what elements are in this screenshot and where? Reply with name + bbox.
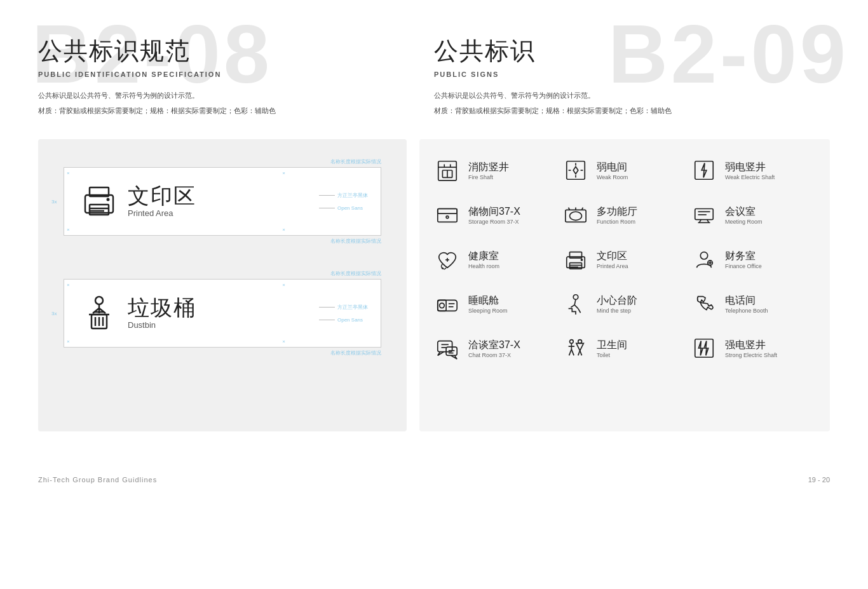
- left-desc1: 公共标识是以公共符号、警示符号为例的设计示范。: [38, 90, 434, 102]
- icon-label-fire-shaft: 消防竖井 Fire Shaft: [468, 161, 509, 180]
- icon-zh-weak-shaft: 弱电竖井: [725, 161, 775, 174]
- icon-zh-meeting: 会议室: [725, 205, 763, 219]
- font-label: 方正兰亭黑体: [337, 192, 368, 199]
- svg-point-51: [700, 252, 707, 259]
- icon-zh-chat: 洽谈室37-X: [468, 339, 520, 352]
- sleeping-icon: [435, 292, 461, 317]
- svg-point-5: [107, 198, 110, 201]
- icon-zh-health: 健康室: [468, 250, 499, 263]
- weak-room-icon: [564, 158, 589, 184]
- icon-en-weak-shaft: Weak Electric Shaft: [725, 174, 775, 180]
- icon-label-health: 健康室 Health room: [468, 250, 499, 269]
- main-row: 名称长度根据实际情况 × × × × 3x: [38, 139, 830, 431]
- svg-line-63: [574, 304, 578, 308]
- right-title-en: PUBLIC SIGNS: [434, 71, 830, 78]
- svg-point-30: [446, 215, 449, 218]
- icon-item-storage: 储物间37-X Storage Room 37-X: [435, 203, 557, 228]
- icon-zh-weak-room: 弱电间: [597, 161, 628, 174]
- icon-en-meeting: Meeting Room: [725, 219, 763, 225]
- telephone-icon: [692, 292, 717, 317]
- icon-label-toilet: 卫生间 Toilet: [597, 339, 627, 358]
- left-desc2: 材质：背胶贴或根据实际需要制定；规格：根据实际需要制定；色彩：辅助色: [38, 105, 434, 118]
- right-desc1: 公共标识是以公共符号、警示符号为例的设计示范。: [434, 90, 830, 102]
- strong-shaft-icon: [692, 336, 717, 362]
- corner-x-bl: ×: [67, 227, 70, 233]
- mockup2-bottom-label: 名称长度根据实际情况: [64, 349, 381, 356]
- mockup1-annotations: 方正兰亭黑体 Open Sans: [319, 192, 368, 211]
- icon-label-printed: 文印区 Printed Area: [597, 250, 628, 269]
- mockup1-en: Printed Area: [128, 208, 313, 218]
- mockup2-annotations: 方正兰亭黑体 Open Sans: [319, 304, 368, 323]
- mockup1-zh: 文印区: [128, 184, 313, 208]
- icon-item-finance: 财务室 Finance Office: [692, 247, 814, 273]
- toilet-icon: [564, 336, 589, 362]
- icon-label-weak-shaft: 弱电竖井 Weak Electric Shaft: [725, 161, 775, 180]
- icon-label-strong-shaft: 强电竖井 Strong Electric Shaft: [725, 339, 777, 358]
- icon-zh-storage: 储物间37-X: [468, 205, 520, 219]
- icon-label-meeting: 会议室 Meeting Room: [725, 205, 763, 225]
- mockup2-text: 垃圾桶 Dustbin: [121, 296, 313, 329]
- footer-right: 19 - 20: [808, 476, 830, 484]
- right-desc2: 材质：背胶贴或根据实际需要制定；规格：根据实际需要制定；色彩：辅助色: [434, 105, 830, 118]
- svg-line-62: [571, 304, 574, 307]
- finance-icon: [692, 247, 717, 273]
- header-row: 公共标识规范 PUBLIC IDENTIFICATION SPECIFICATI…: [38, 35, 830, 120]
- mockup-1: 名称长度根据实际情况 × × × × 3x: [64, 158, 381, 245]
- icon-en-chat: Chat Room 37-X: [468, 352, 520, 358]
- icon-en-toilet: Toilet: [597, 352, 627, 358]
- icon-zh-toilet: 卫生间: [597, 339, 627, 352]
- icon-zh-finance: 财务室: [725, 250, 762, 263]
- icon-zh-function: 多功能厅: [597, 205, 637, 219]
- fire-shaft-icon: [435, 158, 461, 184]
- svg-point-60: [573, 294, 578, 299]
- mockup2-zh: 垃圾桶: [128, 296, 313, 320]
- mockup2-top-label: 名称长度根据实际情况: [64, 270, 381, 277]
- x3-label-1: 3x: [51, 198, 57, 204]
- storage-icon: [435, 203, 461, 228]
- svg-point-44: [442, 267, 444, 269]
- icon-en-strong-shaft: Strong Electric Shaft: [725, 352, 777, 358]
- icon-label-function: 多功能厅 Function Room: [597, 205, 637, 225]
- svg-point-6: [95, 297, 103, 304]
- en-font-label: Open Sans: [337, 205, 363, 211]
- icon-item-weak-room: 弱电间 Weak Room: [564, 158, 686, 184]
- icon-zh-strong-shaft: 强电竖井: [725, 339, 777, 352]
- icon-zh-fire-shaft: 消防竖井: [468, 161, 509, 174]
- svg-line-78: [580, 350, 582, 355]
- icon-item-printed: 文印区 Printed Area: [564, 247, 686, 273]
- svg-line-74: [569, 349, 572, 355]
- left-panel: 名称长度根据实际情况 × × × × 3x: [38, 139, 407, 431]
- mockup2-font-label: 方正兰亭黑体: [337, 304, 368, 311]
- icon-item-weak-shaft: 弱电竖井 Weak Electric Shaft: [692, 158, 814, 184]
- icon-en-function: Function Room: [597, 219, 637, 225]
- right-title-zh: 公共标识: [434, 35, 830, 67]
- corner-x-bm2: ×: [282, 339, 285, 344]
- right-header: 公共标识 PUBLIC SIGNS 公共标识是以公共符号、警示符号为例的设计示范…: [434, 35, 830, 120]
- mockup1-icon: [77, 179, 121, 224]
- page: B2-08 B2-09 公共标识规范 PUBLIC IDENTIFICATION…: [0, 0, 868, 589]
- icon-item-telephone: 电话间 Telephone Booth: [692, 292, 814, 317]
- left-box: 名称长度根据实际情况 × × × × 3x: [38, 139, 407, 431]
- icon-en-telephone: Telephone Booth: [725, 308, 768, 314]
- svg-line-75: [571, 349, 574, 355]
- icons-grid: 消防竖井 Fire Shaft: [435, 158, 814, 362]
- right-box: 消防竖井 Fire Shaft: [419, 139, 830, 431]
- icon-item-meeting: 会议室 Meeting Room: [692, 203, 814, 228]
- icon-zh-telephone: 电话间: [725, 294, 768, 308]
- icon-item-toilet: 卫生间 Toilet: [564, 336, 686, 362]
- icon-zh-printed: 文印区: [597, 250, 628, 263]
- left-header: 公共标识规范 PUBLIC IDENTIFICATION SPECIFICATI…: [38, 35, 434, 120]
- function-icon: [564, 203, 589, 228]
- svg-rect-29: [438, 208, 457, 213]
- corner-x-bl2: ×: [67, 339, 70, 344]
- icon-label-telephone: 电话间 Telephone Booth: [725, 294, 768, 314]
- right-panel: 消防竖井 Fire Shaft: [419, 139, 830, 431]
- step-icon: [564, 292, 589, 317]
- corner-x-tm: ×: [282, 170, 285, 176]
- mockup2-icon: [77, 291, 121, 335]
- mockup1-bottom-label: 名称长度根据实际情况: [64, 238, 381, 245]
- annotation-font: 方正兰亭黑体: [319, 192, 368, 199]
- icon-item-function: 多功能厅 Function Room: [564, 203, 686, 228]
- chat-icon: [435, 336, 461, 362]
- left-title-en: PUBLIC IDENTIFICATION SPECIFICATION: [38, 71, 434, 78]
